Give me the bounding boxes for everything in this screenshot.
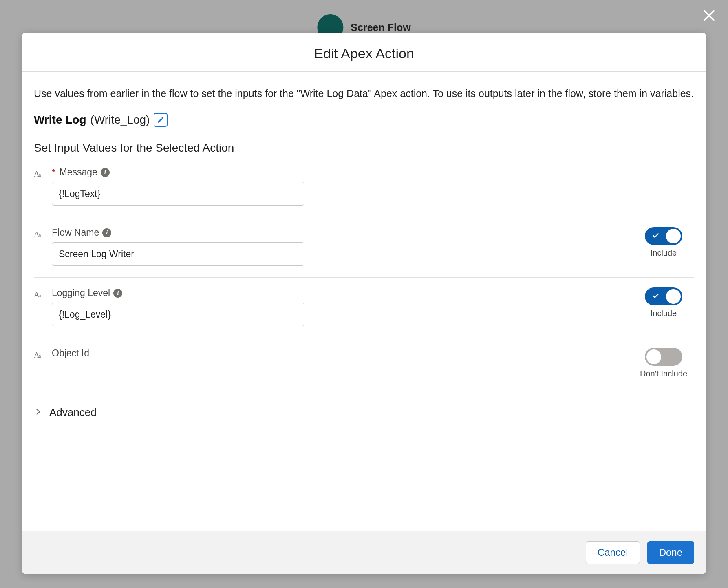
section-heading: Set Input Values for the Selected Action [34, 141, 694, 155]
info-icon[interactable]: i [102, 228, 111, 237]
input-row-flow-name: Aa Flow Name i [34, 217, 694, 277]
cancel-button[interactable]: Cancel [586, 541, 640, 564]
text-type-icon: Aa [34, 168, 46, 179]
flow-name-input[interactable] [52, 242, 304, 266]
done-button[interactable]: Done [647, 541, 694, 564]
logging-level-input[interactable] [52, 303, 304, 326]
action-label: Write Log [34, 113, 86, 126]
modal-title: Edit Apex Action [32, 46, 696, 62]
toggle-label: Include [651, 248, 677, 258]
flow-type-label: Screen Flow [351, 22, 410, 33]
advanced-label: Advanced [49, 406, 97, 419]
modal-footer: Cancel Done [22, 531, 706, 574]
field-label: Object Id [52, 348, 89, 359]
text-type-icon: Aa [34, 288, 46, 300]
message-input[interactable] [52, 182, 304, 206]
field-label: Flow Name [52, 227, 99, 238]
action-name-row: Write Log (Write_Log) [34, 113, 694, 127]
check-icon [651, 230, 660, 242]
info-icon[interactable]: i [101, 168, 110, 177]
toggle-label: Include [651, 309, 677, 318]
check-icon [651, 291, 660, 303]
modal-help-text: Use values from earlier in the flow to s… [34, 86, 694, 101]
edit-apex-action-modal: Edit Apex Action Use values from earlier… [22, 33, 706, 574]
info-icon[interactable]: i [113, 289, 122, 298]
input-row-object-id: Aa Object Id Don't Include [34, 338, 694, 390]
text-type-icon: Aa [34, 228, 46, 239]
toggle-label: Don't Include [640, 369, 687, 378]
input-row-logging-level: Aa Logging Level i [34, 277, 694, 338]
required-indicator: * [52, 167, 55, 178]
advanced-section-toggle[interactable]: Advanced [34, 390, 694, 427]
close-icon [702, 9, 716, 22]
action-api-name: (Write_Log) [90, 113, 150, 126]
field-label: Message [60, 167, 97, 178]
text-type-icon: Aa [34, 349, 46, 360]
pencil-icon [157, 116, 164, 124]
edit-name-button[interactable] [154, 113, 168, 127]
close-button[interactable] [700, 7, 718, 24]
modal-header: Edit Apex Action [22, 33, 706, 72]
input-row-message: Aa * Message i [34, 167, 694, 217]
modal-body: Use values from earlier in the flow to s… [22, 72, 706, 531]
field-label: Logging Level [52, 287, 110, 298]
chevron-right-icon [34, 407, 42, 418]
include-toggle-object-id[interactable] [645, 348, 682, 366]
include-toggle-flow-name[interactable] [645, 227, 682, 245]
include-toggle-logging-level[interactable] [645, 287, 682, 305]
